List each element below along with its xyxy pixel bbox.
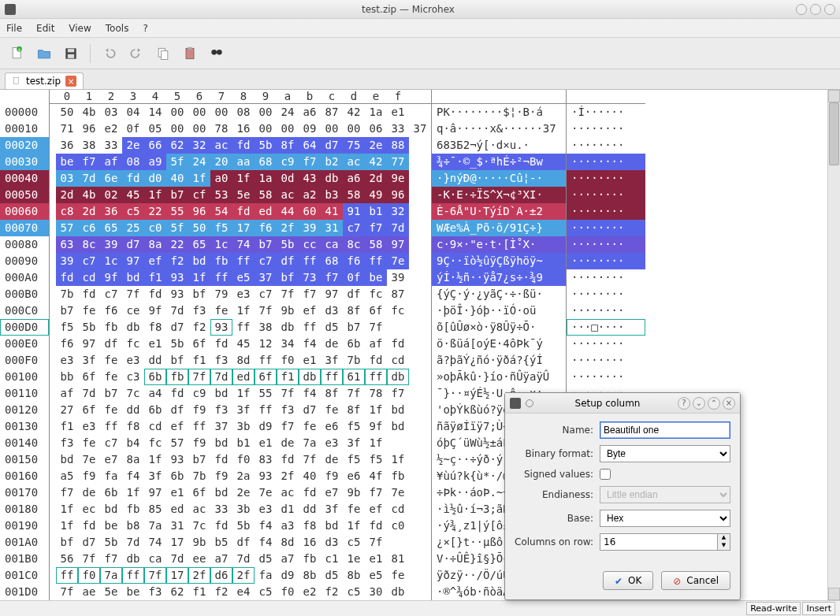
dialog-titlebar: Setup column ? ⌄ ⌃ × [505,393,740,414]
tab-close-button[interactable]: × [65,76,76,87]
check-icon: ✔ [615,576,624,585]
cols-label: Columns on row: [515,536,600,547]
endian-label: Endianess: [515,489,600,500]
file-icon [12,76,21,86]
spin-down-icon[interactable]: ▼ [717,542,730,550]
hex-column[interactable]: 0123456789abcdef504b030414000000080024a6… [50,90,432,600]
menu-view[interactable]: View [69,23,91,34]
menu-file[interactable]: File [6,23,22,34]
cancel-button[interactable]: ⊘ Cancel [661,571,730,590]
status-readwrite: Read-write [746,602,801,615]
tab-bar: test.zip × [0,69,840,90]
binfmt-select[interactable]: Byte [600,445,730,462]
setup-column-dialog: Setup column ? ⌄ ⌃ × Name: Binary format… [504,392,741,600]
app-icon [5,4,16,15]
name-label: Name: [515,425,600,436]
scroll-down-button[interactable] [828,588,840,600]
scroll-thumb[interactable] [829,102,839,165]
ok-button[interactable]: ✔ OK [603,571,653,590]
vertical-scrollbar[interactable] [827,90,840,600]
signed-label: Signed values: [515,469,600,480]
dialog-pin-icon[interactable] [526,399,533,407]
paste-button[interactable] [179,43,201,65]
dialog-max-button[interactable]: ⌃ [708,397,720,410]
menu-edit[interactable]: Edit [36,23,54,34]
minimize-button[interactable] [796,4,807,15]
cols-value: 16 [604,536,615,547]
dialog-body: Name: Binary format: Byte Signed values:… [505,414,740,565]
spin-up-icon[interactable]: ▲ [717,534,730,542]
svg-rect-7 [162,50,168,59]
cancel-icon: ⊘ [673,576,682,585]
toolbar: + [0,38,840,69]
scroll-up-button[interactable] [828,90,840,102]
menu-bar: File Edit View Tools ? [0,19,840,38]
signed-checkbox[interactable] [600,469,611,480]
name-input[interactable] [600,421,730,439]
svg-rect-8 [186,48,194,58]
tab-test-zip[interactable]: test.zip × [5,72,84,89]
menu-help[interactable]: ? [143,23,147,34]
undo-button[interactable] [98,43,121,65]
base-select[interactable]: Hex [600,510,730,527]
close-window-button[interactable] [824,4,835,15]
cancel-label: Cancel [686,575,719,586]
title-bar: test.zip — Microhex [0,0,840,19]
status-bar: Read-write Insert [0,600,840,616]
svg-rect-13 [14,78,19,84]
svg-rect-9 [188,46,192,49]
base-label: Base: [515,513,600,524]
tab-label: test.zip [26,76,61,87]
dialog-title: Setup column [540,398,675,409]
save-file-button[interactable] [60,43,82,65]
endian-select: Little endian [600,486,730,503]
svg-rect-5 [68,54,74,58]
maximize-button[interactable] [810,4,821,15]
dialog-close-button[interactable]: × [723,397,735,410]
window-title: test.zip — Microhex [20,4,796,15]
new-file-button[interactable]: + [6,43,28,65]
binfmt-label: Binary format: [515,448,600,459]
ok-label: OK [628,575,641,586]
svg-rect-12 [215,51,217,53]
svg-rect-4 [68,49,74,52]
status-insert: Insert [802,602,835,615]
dialog-app-icon [510,398,521,409]
cols-spinbox[interactable]: 16 ▲▼ [600,533,730,551]
find-button[interactable] [206,43,228,65]
menu-tools[interactable]: Tools [106,23,129,34]
dialog-help-button[interactable]: ? [678,397,690,410]
svg-text:+: + [17,46,21,51]
copy-button[interactable] [152,43,174,65]
toolbar-separator [90,44,91,63]
scroll-track[interactable] [828,102,840,588]
address-column: 0000000010000200003000040000500006000070… [0,90,50,600]
dialog-min-button[interactable]: ⌄ [693,397,705,410]
open-file-button[interactable] [33,43,55,65]
redo-button[interactable] [125,43,147,65]
